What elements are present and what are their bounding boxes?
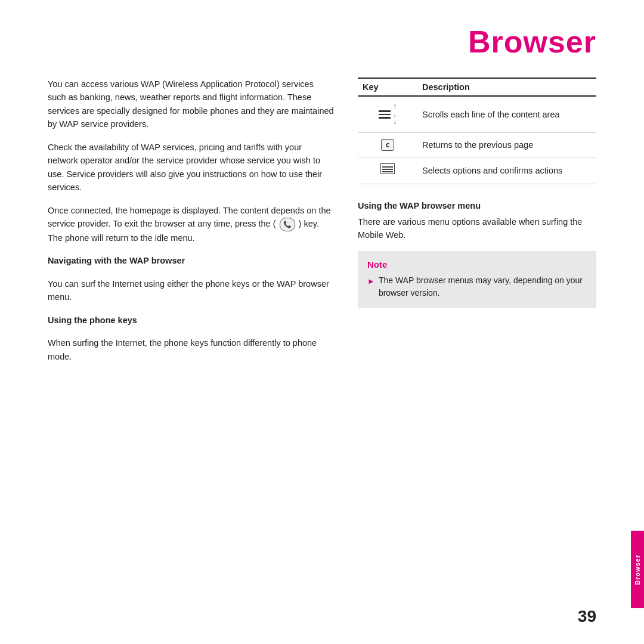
key-cell-c: c — [358, 132, 417, 157]
nav-wap-para: You can surf the Internet using either t… — [48, 277, 334, 304]
note-text: The WAP browser menus may vary, dependin… — [379, 274, 587, 299]
note-item: ► The WAP browser menus may vary, depend… — [367, 274, 587, 299]
content-area: You can access various WAP (Wireless App… — [0, 72, 644, 373]
wap-menu-para: There are various menu options available… — [358, 215, 596, 242]
note-arrow-icon: ► — [367, 275, 375, 287]
phone-keys-para: When surfing the Internet, the phone key… — [48, 336, 334, 363]
key-table: Key Description — [358, 78, 596, 184]
wap-menu-heading: Using the WAP browser menu — [358, 201, 596, 210]
col-header-description: Description — [417, 78, 596, 96]
intro-para-2: Check the availability of WAP services, … — [48, 141, 334, 194]
description-cell-scroll: Scrolls each line of the content area — [417, 96, 596, 132]
scroll-arrows-icon: ↑ , ↓ — [393, 103, 397, 126]
scroll-lines-icon — [379, 110, 391, 119]
key-cell-scroll: ↑ , ↓ — [358, 96, 417, 132]
menu-key-icon — [380, 163, 395, 174]
col-header-key: Key — [358, 78, 417, 96]
side-tab-label: Browser — [631, 534, 644, 605]
right-column: Key Description — [358, 78, 596, 373]
note-box: Note ► The WAP browser menus may vary, d… — [358, 251, 596, 308]
table-row: c Returns to the previous page — [358, 132, 596, 157]
intro-para-1: You can access various WAP (Wireless App… — [48, 78, 334, 131]
description-cell-menu: Selects options and confirms actions — [417, 157, 596, 184]
phone-key-icon: 📞 — [280, 218, 295, 231]
left-column: You can access various WAP (Wireless App… — [48, 78, 334, 373]
table-row: Selects options and confirms actions — [358, 157, 596, 184]
nav-wap-heading: Navigating with the WAP browser — [48, 254, 334, 267]
description-cell-c: Returns to the previous page — [417, 132, 596, 157]
c-key-icon: c — [381, 139, 394, 151]
intro-para-3: Once connected, the homepage is displaye… — [48, 204, 334, 245]
key-cell-menu — [358, 157, 417, 184]
phone-keys-heading: Using the phone keys — [48, 314, 334, 327]
note-title: Note — [367, 259, 587, 270]
page-number: 39 — [578, 607, 596, 626]
table-row: ↑ , ↓ Scrolls each line of the content a… — [358, 96, 596, 132]
page-title: Browser — [0, 0, 644, 72]
